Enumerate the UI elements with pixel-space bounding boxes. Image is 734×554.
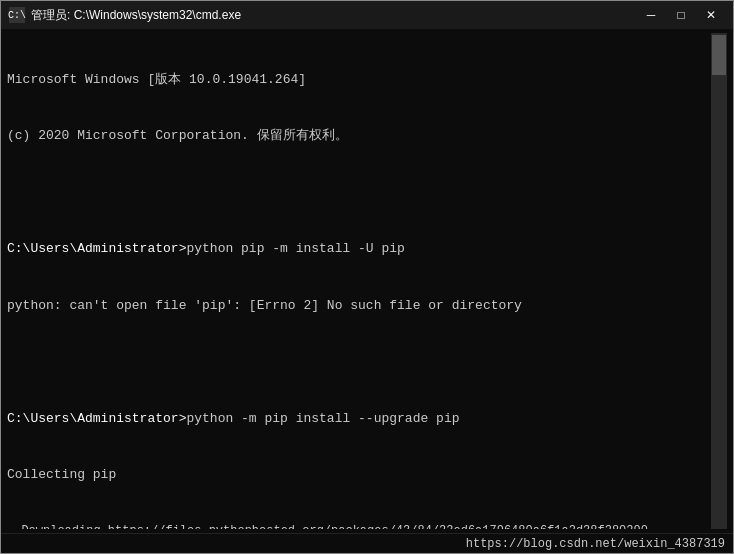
terminal-content[interactable]: Microsoft Windows [版本 10.0.19041.264] (c…: [7, 33, 711, 529]
line-err-1: python: can't open file 'pip': [Errno 2]…: [7, 297, 711, 316]
line-2: (c) 2020 Microsoft Corporation. 保留所有权利。: [7, 127, 711, 146]
window-title: 管理员: C:\Windows\system32\cmd.exe: [31, 7, 241, 24]
line-cmd-1: C:\Users\Administrator>python pip -m ins…: [7, 240, 711, 259]
line-dl-url: Downloading https://files.pythonhosted.o…: [7, 523, 711, 529]
scrollbar[interactable]: [711, 33, 727, 529]
line-collecting-pip: Collecting pip: [7, 466, 711, 485]
title-bar-left: C:\ 管理员: C:\Windows\system32\cmd.exe: [9, 7, 241, 24]
minimize-button[interactable]: ─: [637, 5, 665, 25]
line-blank-2: [7, 353, 711, 372]
scrollbar-thumb[interactable]: [712, 35, 726, 75]
terminal-body: Microsoft Windows [版本 10.0.19041.264] (c…: [1, 29, 733, 533]
line-blank-1: [7, 184, 711, 203]
close-button[interactable]: ✕: [697, 5, 725, 25]
bottom-bar: https://blog.csdn.net/weixin_4387319: [1, 533, 733, 553]
cmd-icon: C:\: [9, 7, 25, 23]
line-cmd-2: C:\Users\Administrator>python -m pip ins…: [7, 410, 711, 429]
maximize-button[interactable]: □: [667, 5, 695, 25]
line-1: Microsoft Windows [版本 10.0.19041.264]: [7, 71, 711, 90]
cmd-window: C:\ 管理员: C:\Windows\system32\cmd.exe ─ □…: [0, 0, 734, 554]
window-controls[interactable]: ─ □ ✕: [637, 5, 725, 25]
url-link: https://blog.csdn.net/weixin_4387319: [466, 537, 725, 551]
title-bar: C:\ 管理员: C:\Windows\system32\cmd.exe ─ □…: [1, 1, 733, 29]
